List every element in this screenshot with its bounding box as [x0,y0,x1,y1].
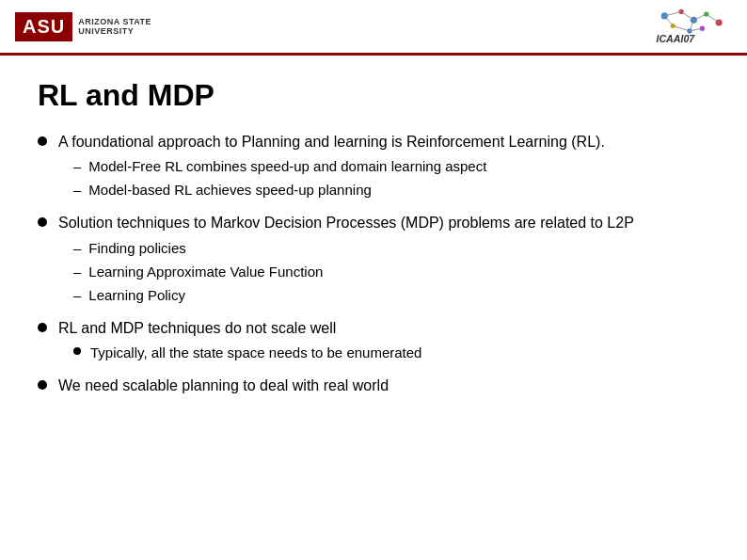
svg-line-13 [673,26,690,31]
header-bar: ASU ARIZONA STATE UNIVERSITY [0,0,747,56]
slide-title: RL and MDP [38,78,709,113]
nested-dot [73,347,81,355]
icaai-logo-graphic: ICAAI07 [647,8,732,45]
list-item: – Model-Free RL combines speed-up and do… [58,156,709,176]
list-item: – Learning Policy [58,285,709,305]
asu-line1: ARIZONA STATE [78,17,151,26]
list-item: – Learning Approximate Value Function [58,262,709,281]
svg-line-12 [664,16,673,26]
slide: ASU ARIZONA STATE UNIVERSITY [0,0,747,560]
asu-logo-text: ARIZONA STATE UNIVERSITY [78,17,151,36]
nested-bullet-list: Typically, all the state space needs to … [58,343,709,362]
svg-line-10 [693,14,706,20]
list-item: A foundational approach to Planning and … [38,132,709,203]
slide-content: RL and MDP A foundational approach to Pl… [0,56,747,425]
right-logo: ICAAI07 [647,8,732,45]
svg-line-11 [707,14,719,23]
bullet-dot [38,217,47,227]
sub-item-text: Model-based RL achieves speed-up plannin… [88,180,371,200]
bullet-text: RL and MDP techniques do not scale well … [58,318,709,366]
learning-policy-text: Learning Policy [88,285,185,305]
asu-line2: UNIVERSITY [78,26,151,36]
list-item: – Model-based RL achieves speed-up plann… [58,180,709,200]
learning-value-text: Learning Approximate Value Function [88,262,323,281]
svg-line-9 [681,11,693,20]
bullet-dot [38,380,47,390]
bullet-dot [38,136,47,146]
list-item: We need scalable planning to deal with r… [38,376,709,396]
bullet4-text: We need scalable planning to deal with r… [58,377,389,393]
list-item: – Finding policies [58,238,709,258]
sub-item-text: Model-Free RL combines speed-up and doma… [88,156,486,176]
main-bullet-list: A foundational approach to Planning and … [38,132,709,397]
sub-list: – Finding policies – Learning Approximat… [58,238,709,305]
list-item: RL and MDP techniques do not scale well … [38,318,709,366]
finding-policies-text: Finding policies [88,238,185,258]
nested-item-text: Typically, all the state space needs to … [90,343,421,362]
bullet3-text: RL and MDP techniques do not scale well [58,320,336,336]
list-item: Typically, all the state space needs to … [58,343,709,362]
asu-logo-box: ASU [15,12,72,41]
bullet1-text: A foundational approach to Planning and … [58,134,605,150]
list-item: Solution techniques to Markov Decision P… [38,213,709,308]
bullet-text: Solution techniques to Markov Decision P… [58,213,709,308]
bullet-dot [38,323,47,332]
svg-text:ICAAI07: ICAAI07 [656,33,695,44]
sub-list: – Model-Free RL combines speed-up and do… [58,156,709,200]
bullet-text: We need scalable planning to deal with r… [58,376,709,396]
bullet-text: A foundational approach to Planning and … [58,132,709,203]
asu-logo: ASU ARIZONA STATE UNIVERSITY [15,12,151,41]
bullet2-text: Solution techniques to Markov Decision P… [58,215,634,231]
